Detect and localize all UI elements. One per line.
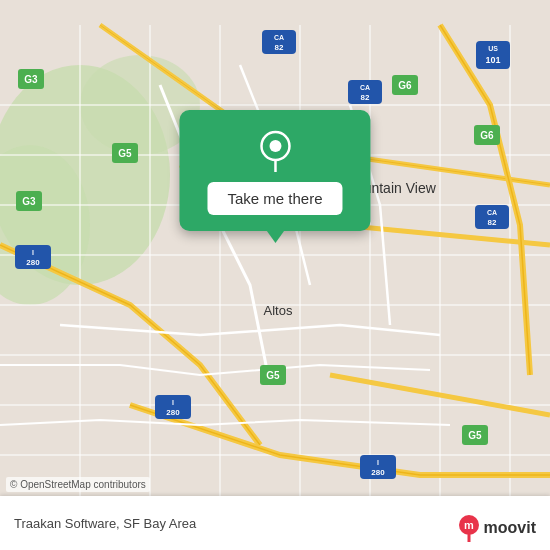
svg-text:280: 280	[371, 468, 385, 477]
svg-text:I: I	[172, 399, 174, 406]
take-me-there-button[interactable]: Take me there	[207, 182, 342, 215]
svg-text:G5: G5	[266, 370, 280, 381]
svg-text:m: m	[464, 519, 474, 531]
svg-text:101: 101	[485, 55, 500, 65]
svg-text:G5: G5	[468, 430, 482, 441]
svg-text:G5: G5	[118, 148, 132, 159]
svg-text:G3: G3	[22, 196, 36, 207]
map-attribution: © OpenStreetMap contributors	[6, 477, 150, 492]
app-title: Traakan Software, SF Bay Area	[14, 516, 196, 531]
svg-text:CA: CA	[360, 84, 370, 91]
svg-text:Altos: Altos	[264, 303, 293, 318]
moovit-brand-text: moovit	[484, 519, 536, 537]
moovit-logo: m moovit	[458, 514, 536, 542]
svg-text:CA: CA	[274, 34, 284, 41]
bottom-bar: Traakan Software, SF Bay Area m moovit	[0, 496, 550, 550]
svg-text:US: US	[488, 45, 498, 52]
svg-text:280: 280	[26, 258, 40, 267]
destination-popup: Take me there	[179, 110, 370, 231]
svg-text:G6: G6	[480, 130, 494, 141]
svg-text:G6: G6	[398, 80, 412, 91]
svg-text:G3: G3	[24, 74, 38, 85]
moovit-pin-icon: m	[458, 514, 480, 542]
svg-text:82: 82	[275, 43, 284, 52]
svg-text:280: 280	[166, 408, 180, 417]
svg-point-57	[269, 140, 281, 152]
svg-text:82: 82	[361, 93, 370, 102]
svg-text:I: I	[32, 249, 34, 256]
svg-text:82: 82	[488, 218, 497, 227]
svg-text:I: I	[377, 459, 379, 466]
location-pin-icon	[253, 128, 297, 172]
map-container: US 101 CA 82 CA 82 CA 82 I 280 I 280 I 2…	[0, 0, 550, 550]
svg-text:CA: CA	[487, 209, 497, 216]
map-background: US 101 CA 82 CA 82 CA 82 I 280 I 280 I 2…	[0, 0, 550, 550]
